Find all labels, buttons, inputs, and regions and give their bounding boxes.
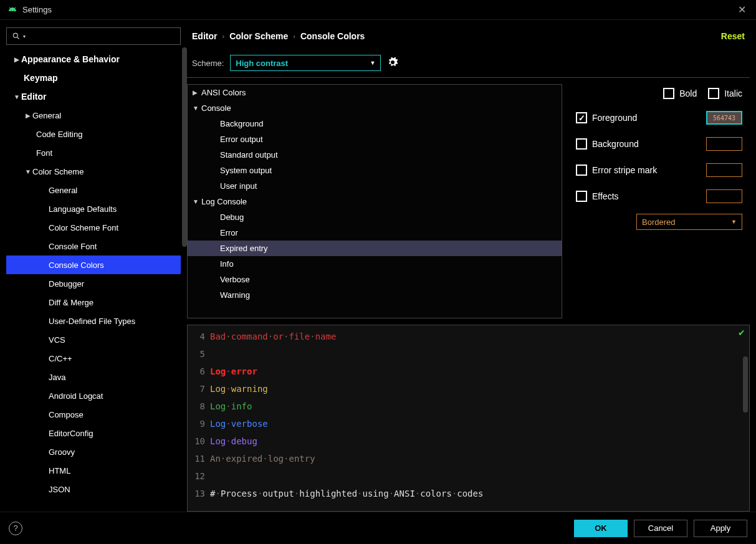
error-stripe-swatch[interactable] [706,163,742,177]
attribute-item[interactable]: Error [188,225,562,241]
sidebar-item[interactable]: Diff & Merge [6,293,181,312]
effects-checkbox[interactable] [576,191,587,202]
sidebar-item[interactable]: ▼Color Scheme [6,162,181,181]
sidebar-item[interactable]: Compose [6,405,181,424]
sidebar-item[interactable]: General [6,181,181,199]
search-input[interactable]: ▾ [6,27,181,45]
sidebar-item-label: General [32,111,61,120]
sidebar-item-label: User-Defined File Types [49,317,135,326]
attribute-item[interactable]: ▶ANSI Colors [188,85,562,100]
settings-sidebar: ▾ ▶Appearance & BehaviorKeymap▼Editor▶Ge… [0,20,187,512]
apply-button[interactable]: Apply [694,520,747,537]
sidebar-item-label: EditorConfig [49,429,93,438]
sidebar-item[interactable]: ▼Editor [6,87,181,106]
scheme-label: Scheme: [192,59,224,68]
sidebar-item[interactable]: Code Editing [6,125,181,143]
sidebar-item[interactable]: Console Font [6,237,181,255]
reset-link[interactable]: Reset [721,31,745,41]
sidebar-item[interactable]: User-Defined File Types [6,312,181,330]
background-swatch[interactable] [706,137,742,151]
background-label: Background [592,139,639,149]
line-number: 4 [188,332,210,341]
sidebar-item[interactable]: Console Colors [6,255,181,274]
sidebar-item[interactable]: JSON [6,480,181,499]
chevron-down-icon: ▼ [12,93,21,100]
sidebar-item[interactable]: ▶Appearance & Behavior [6,50,181,69]
line-number: 5 [188,349,210,359]
effects-type-value: Bordered [642,217,675,227]
crumb-color-scheme[interactable]: Color Scheme [229,31,288,41]
sidebar-item-label: Diff & Merge [49,298,93,307]
sidebar-item[interactable]: Android Logcat [6,386,181,405]
app-logo-icon [7,5,17,15]
attribute-item[interactable]: Standard output [188,147,562,163]
bold-checkbox[interactable] [663,88,674,99]
line-number: 8 [188,401,210,411]
attribute-item[interactable]: Debug [188,209,562,225]
sidebar-item[interactable]: VCS [6,330,181,349]
scheme-select[interactable]: High contrast ▼ [230,55,381,71]
chevron-down-icon: ▼ [731,219,737,225]
foreground-swatch[interactable]: 564743 [706,111,742,125]
preview-scrollbar[interactable] [743,356,748,413]
attribute-item[interactable]: ▼Log Console [188,194,562,209]
line-code: Bad·command·or·file·name [210,332,336,341]
sidebar-item[interactable]: Font [6,143,181,162]
sidebar-item[interactable]: EditorConfig [6,424,181,442]
attribute-item[interactable]: Background [188,116,562,131]
error-stripe-checkbox[interactable] [576,165,587,176]
window-title: Settings [22,5,52,14]
sidebar-item[interactable]: Groovy [6,442,181,461]
italic-checkbox[interactable] [708,88,719,99]
effects-swatch[interactable] [706,189,742,203]
attribute-item[interactable]: Warning [188,287,562,303]
attribute-item[interactable]: User input [188,178,562,194]
breadcrumb: Editor › Color Scheme › Console Colors R… [187,20,750,47]
foreground-checkbox[interactable] [576,112,587,123]
line-code: Log·info [210,401,252,411]
line-number: 9 [188,419,210,429]
attribute-item[interactable]: Error output [188,131,562,147]
sidebar-scrollbar[interactable] [182,47,187,247]
search-dropdown-icon[interactable]: ▾ [23,34,26,39]
sidebar-item[interactable]: Debugger [6,274,181,293]
gear-icon[interactable] [387,57,398,70]
sidebar-item-label: Java [49,373,65,382]
attribute-item-label: Expired entry [220,244,268,253]
background-checkbox[interactable] [576,138,587,150]
sidebar-item[interactable]: HTML [6,461,181,480]
attribute-item[interactable]: ▼Console [188,100,562,116]
chevron-down-icon: ▼ [193,105,201,112]
sidebar-item[interactable]: Keymap [6,69,181,87]
svg-point-2 [13,33,17,37]
sidebar-item-label: Language Defaults [49,204,117,214]
chevron-right-icon: ▶ [193,89,201,96]
properties-panel: Bold Italic Foreground 564743 [570,84,750,318]
attribute-item[interactable]: System output [188,163,562,178]
scheme-value: High contrast [236,59,288,68]
sidebar-item[interactable]: Color Scheme Font [6,218,181,237]
sidebar-item[interactable]: ▶General [6,106,181,125]
line-code: Log·error [210,366,257,376]
attribute-item-label: Error output [220,135,263,144]
cancel-button[interactable]: Cancel [634,520,687,537]
sidebar-item[interactable]: Java [6,368,181,386]
sidebar-item-label: Console Colors [49,260,104,270]
attribute-item[interactable]: Verbose [188,272,562,287]
attribute-item[interactable]: Info [188,256,562,272]
line-code: An·expired·log·entry [210,454,315,464]
preview-line: 7Log·warning [188,380,749,398]
sidebar-item-label: Debugger [49,279,84,289]
preview-line: 8Log·info [188,398,749,415]
attribute-tree: ▶ANSI Colors▼ConsoleBackgroundError outp… [187,84,562,318]
crumb-editor[interactable]: Editor [192,31,217,41]
effects-type-select[interactable]: Bordered ▼ [636,214,742,230]
attribute-item[interactable]: Expired entry [188,241,562,256]
close-icon[interactable]: ✕ [735,1,749,18]
sidebar-item[interactable]: Language Defaults [6,199,181,218]
help-icon[interactable]: ? [9,522,22,535]
preview-line: 12 [188,467,749,485]
foreground-hex: 564743 [713,115,735,122]
ok-button[interactable]: OK [574,520,628,537]
sidebar-item[interactable]: C/C++ [6,349,181,368]
